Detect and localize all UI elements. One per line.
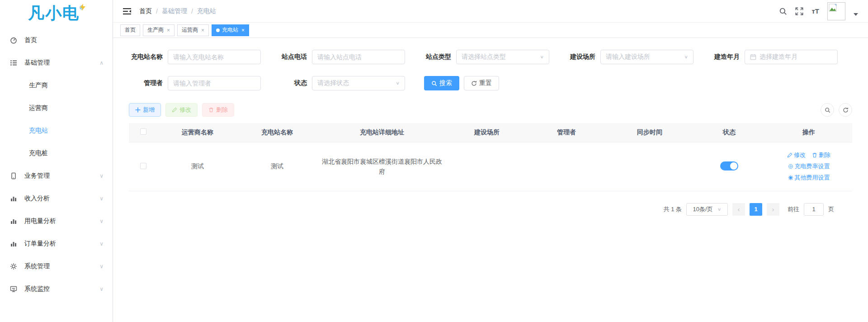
breadcrumb-home[interactable]: 首页 (139, 7, 152, 15)
row-charging-rate-link[interactable]: 充电费率设置 (788, 162, 830, 170)
sidebar-item-system-monitor[interactable]: 系统监控 ∨ (0, 278, 113, 300)
edit-button[interactable]: 修改 (165, 103, 198, 117)
search-button[interactable]: 搜索 (424, 76, 459, 90)
site-phone-input-field[interactable] (317, 53, 400, 61)
tab-operator[interactable]: 运营商 × (177, 24, 209, 36)
user-menu-caret-icon[interactable] (854, 13, 858, 16)
page-number-label: 1 (754, 206, 757, 213)
sidebar-menu: 首页 基础管理 ∧ 生产商 运营商 充电站 充电桩 (0, 26, 113, 300)
sidebar-item-label: 订单量分析 (24, 240, 56, 248)
tab-producer[interactable]: 生产商 × (143, 24, 175, 36)
chevron-down-icon: ∨ (396, 80, 400, 85)
cell-station-address: 湖北省襄阳市襄城区檀溪街道襄阳市人民政府 (317, 142, 447, 191)
station-name-input-field[interactable] (173, 53, 255, 61)
search-button-label: 搜索 (439, 79, 452, 87)
reset-button[interactable]: 重置 (464, 76, 499, 90)
chevron-down-icon: ∨ (99, 286, 104, 292)
chevron-down-icon: ∨ (99, 263, 104, 270)
table-toolbar: 新增 修改 删除 (113, 102, 868, 123)
select-placeholder: 请选择站点类型 (462, 53, 506, 61)
sidebar-item-home[interactable]: 首页 (0, 29, 113, 52)
delete-button[interactable]: 删除 (202, 103, 234, 117)
filter-site-type: 站点类型 请选择站点类型 ∨ (424, 50, 549, 64)
cell-station-name: 测试 (237, 142, 317, 191)
fullscreen-icon[interactable] (795, 7, 803, 15)
chevron-down-icon: ∨ (99, 195, 104, 202)
row-other-fee-label: 其他费用设置 (795, 174, 830, 182)
sidebar: 凡小电® 首页 基础管理 ∧ (0, 0, 113, 322)
goto-page-input[interactable] (804, 203, 824, 216)
row-other-fee-link[interactable]: 其他费用设置 (788, 174, 830, 182)
column-header: 同步时间 (606, 123, 693, 142)
lightning-bolt-icon (79, 4, 86, 11)
filter-build-place: 建设场所 请输入建设场所 ∨ (568, 50, 693, 64)
navbar-actions: тT (779, 2, 858, 20)
cell-sync-time (606, 142, 693, 191)
breadcrumb-basic-management[interactable]: 基础管理 (162, 7, 187, 15)
field-label: 站点类型 (424, 53, 451, 61)
phone-icon (10, 172, 17, 180)
sidebar-item-operator[interactable]: 运营商 (0, 97, 113, 119)
sidebar-item-label: 系统管理 (24, 262, 50, 270)
row-checkbox[interactable] (140, 163, 146, 169)
add-button[interactable]: 新增 (129, 103, 161, 117)
page-size-select[interactable]: 10条/页 ∨ (686, 203, 728, 216)
sidebar-item-basic-management[interactable]: 基础管理 ∧ (0, 52, 113, 74)
build-place-select[interactable]: 请输入建设场所 ∨ (600, 50, 693, 64)
cell-operator-name: 测试 (158, 142, 237, 191)
row-edit-label: 修改 (794, 151, 806, 159)
sidebar-item-business-management[interactable]: 业务管理 ∨ (0, 165, 113, 187)
chevron-down-icon: ∨ (99, 241, 104, 247)
refresh-table-button[interactable] (839, 103, 852, 117)
status-toggle[interactable] (720, 161, 738, 170)
pagination: 共 1 条 10条/页 ∨ ‹ 1 › 前往 页 (113, 191, 868, 216)
close-icon[interactable]: × (167, 27, 170, 33)
sidebar-item-system-management[interactable]: 系统管理 ∨ (0, 255, 113, 278)
tab-charging-station[interactable]: 充电站 × (212, 24, 249, 36)
sidebar-item-label: 充电站 (29, 127, 48, 135)
manager-input-field[interactable] (173, 80, 255, 87)
sidebar-item-charging-pile[interactable]: 充电桩 (0, 142, 113, 165)
toggle-search-button[interactable] (821, 103, 834, 117)
sidebar-item-charging-station[interactable]: 充电站 (0, 119, 113, 142)
breadcrumb-charging-station: 充电站 (197, 7, 216, 15)
app-logo: 凡小电® (0, 0, 113, 26)
sidebar-collapse-icon[interactable] (123, 8, 131, 15)
add-button-label: 新增 (143, 106, 155, 114)
build-month-datepicker[interactable]: 选择建造年月 (745, 50, 838, 64)
goto-label: 前往 (788, 205, 799, 213)
chevron-down-icon: ∨ (684, 54, 688, 59)
trash-icon (208, 107, 214, 113)
sidebar-item-electricity-analysis[interactable]: 用电量分析 ∨ (0, 210, 113, 232)
cell-build-place (447, 142, 527, 191)
sidebar-item-order-analysis[interactable]: 订单量分析 ∨ (0, 232, 113, 255)
select-all-header (129, 123, 158, 142)
sidebar-item-producer[interactable]: 生产商 (0, 74, 113, 97)
search-icon[interactable] (779, 7, 787, 15)
list-icon (10, 59, 17, 66)
row-delete-link[interactable]: 删除 (812, 151, 830, 159)
field-label: 站点电话 (280, 53, 307, 61)
site-phone-input[interactable] (312, 50, 405, 64)
user-avatar[interactable] (827, 2, 845, 20)
breadcrumb: 首页 / 基础管理 / 充电站 (139, 7, 216, 15)
filter-site-phone: 站点电话 (280, 50, 405, 64)
page-number-button[interactable]: 1 (750, 203, 762, 216)
close-icon[interactable]: × (241, 27, 245, 33)
chevron-down-icon: ∨ (99, 218, 104, 224)
select-all-checkbox[interactable] (140, 128, 146, 135)
filter-status: 状态 请选择状态 ∨ (280, 76, 405, 90)
prev-page-button[interactable]: ‹ (732, 203, 745, 216)
manager-input[interactable] (168, 76, 261, 90)
next-page-button[interactable]: › (767, 203, 779, 216)
close-icon[interactable]: × (201, 27, 204, 33)
tab-home[interactable]: 首页 (120, 24, 140, 36)
status-select[interactable]: 请选择状态 ∨ (312, 76, 405, 90)
row-edit-link[interactable]: 修改 (787, 151, 806, 159)
site-type-select[interactable]: 请选择站点类型 ∨ (456, 50, 549, 64)
station-name-input[interactable] (168, 50, 261, 64)
column-header: 状态 (693, 123, 765, 142)
sidebar-item-income-analysis[interactable]: 收入分析 ∨ (0, 187, 113, 210)
font-size-icon[interactable]: тT (811, 7, 819, 15)
filter-station-name: 充电站名称 (129, 50, 261, 64)
